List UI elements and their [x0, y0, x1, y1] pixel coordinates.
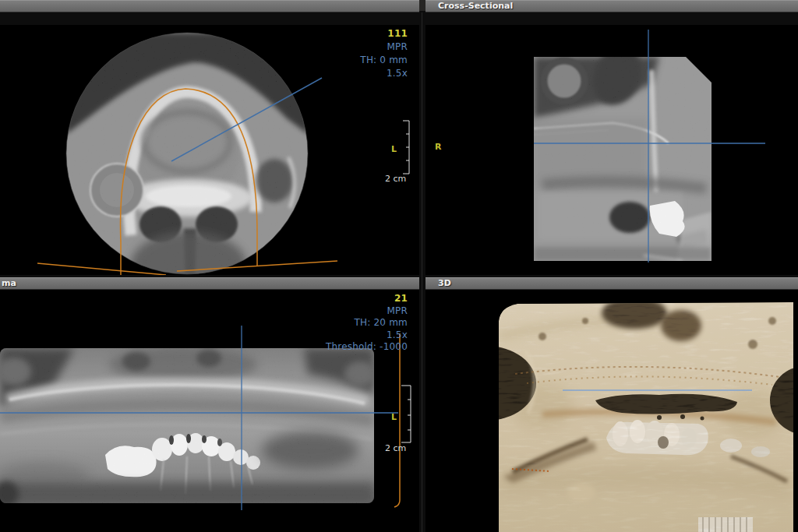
axial-viewport[interactable]: 111 MPR TH: 0 mm 1.5x L 2 cm: [0, 25, 419, 275]
panorama-panel-title: ma: [2, 278, 16, 288]
pano-scale-label: 2 cm: [385, 443, 406, 453]
pano-thickness-label: TH: 20 mm: [326, 317, 408, 329]
panorama-panel-header: ma: [0, 277, 419, 290]
3d-panel-header: 3D: [425, 277, 798, 290]
cbct-application-window: Verification MPR Panorama TMJ Bilateral-…: [0, 0, 798, 532]
panel-divider: [422, 12, 422, 532]
axial-panel-header: [0, 0, 419, 12]
axial-orientation-label: L: [391, 144, 397, 154]
pano-zoom-label: 1.5x: [326, 329, 408, 342]
axial-slice-number: 111: [360, 27, 408, 41]
scale-ruler: [401, 386, 411, 442]
axial-zoom-label: 1.5x: [360, 67, 408, 80]
axial-ct-image[interactable]: [0, 25, 419, 275]
panorama-viewport[interactable]: 21 MPR TH: 20 mm 1.5x Threshold: -1000 L…: [0, 290, 419, 532]
panorama-overlay-info: 21 MPR TH: 20 mm 1.5x Threshold: -1000: [326, 293, 408, 354]
volume-3d-render[interactable]: [425, 290, 798, 532]
3d-panel-title: 3D: [438, 278, 451, 288]
cross-sectional-panel-header: Cross-Sectional: [425, 0, 798, 12]
axial-mode-label: MPR: [360, 41, 408, 54]
pano-threshold-label: Threshold: -1000: [326, 341, 408, 354]
pano-orientation-label: L: [391, 412, 397, 422]
cross-sectional-viewport[interactable]: R: [425, 25, 798, 275]
pano-mode-label: MPR: [326, 305, 408, 318]
volume-3d-viewport[interactable]: [425, 290, 798, 532]
axial-scale-label: 2 cm: [385, 174, 406, 184]
cross-orientation-label: R: [435, 142, 441, 152]
axial-overlay-info: 111 MPR TH: 0 mm 1.5x: [360, 27, 408, 80]
scale-ruler: [403, 121, 409, 174]
cross-sectional-panel-title: Cross-Sectional: [438, 1, 513, 11]
pano-slice-number: 21: [326, 293, 408, 305]
cross-sectional-ct-image[interactable]: [425, 25, 798, 275]
axial-thickness-label: TH: 0 mm: [360, 54, 408, 67]
